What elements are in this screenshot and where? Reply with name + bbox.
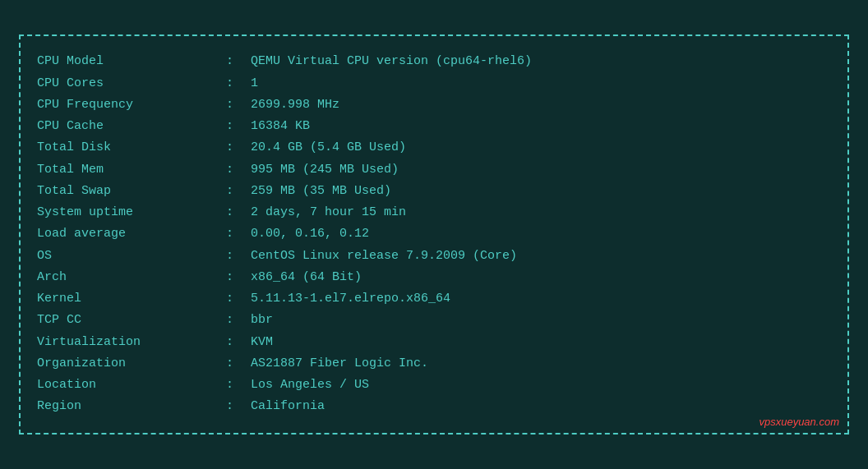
row-value: California — [251, 396, 325, 417]
row-colon: : — [226, 181, 251, 202]
row-colon: : — [226, 223, 251, 245]
terminal-box: CPU Model: QEMU Virtual CPU version (cpu… — [19, 34, 849, 434]
row-value: Los Angeles / US — [251, 375, 369, 396]
info-row: System uptime: 2 days, 7 hour 15 min — [37, 202, 831, 223]
row-colon: : — [226, 202, 251, 223]
info-row: Total Mem: 995 MB (245 MB Used) — [37, 159, 831, 181]
row-label: Arch — [37, 267, 226, 288]
info-row: Total Disk: 20.4 GB (5.4 GB Used) — [37, 137, 831, 159]
row-colon: : — [226, 310, 251, 331]
row-label: Region — [37, 396, 226, 417]
info-row: Organization: AS21887 Fiber Logic Inc. — [37, 353, 831, 375]
row-colon: : — [226, 267, 251, 288]
row-colon: : — [226, 159, 251, 181]
row-value: 5.11.13-1.el7.elrepo.x86_64 — [251, 288, 450, 310]
row-colon: : — [226, 332, 251, 353]
row-label: CPU Model — [37, 51, 226, 72]
row-value: CentOS Linux release 7.9.2009 (Core) — [251, 246, 517, 267]
info-row: Location: Los Angeles / US — [37, 375, 831, 396]
row-label: Total Mem — [37, 159, 226, 181]
info-row: CPU Model: QEMU Virtual CPU version (cpu… — [37, 51, 831, 72]
row-colon: : — [226, 375, 251, 396]
row-label: OS — [37, 246, 226, 267]
row-value: AS21887 Fiber Logic Inc. — [251, 353, 428, 375]
row-colon: : — [226, 353, 251, 375]
row-value: 995 MB (245 MB Used) — [251, 159, 399, 181]
info-row: Region: California — [37, 396, 831, 417]
info-row: OS: CentOS Linux release 7.9.2009 (Core) — [37, 246, 831, 267]
row-label: Location — [37, 375, 226, 396]
row-colon: : — [226, 396, 251, 417]
info-row: CPU Cores: 1 — [37, 73, 831, 94]
info-row: TCP CC: bbr — [37, 310, 831, 331]
row-label: CPU Frequency — [37, 94, 226, 116]
row-value: x86_64 (64 Bit) — [251, 267, 362, 288]
row-colon: : — [226, 51, 251, 72]
row-value: 20.4 GB (5.4 GB Used) — [251, 137, 406, 159]
row-colon: : — [226, 288, 251, 310]
row-label: Organization — [37, 353, 226, 375]
row-label: Total Swap — [37, 181, 226, 202]
info-row: Kernel: 5.11.13-1.el7.elrepo.x86_64 — [37, 288, 831, 310]
row-label: System uptime — [37, 202, 226, 223]
row-value: 259 MB (35 MB Used) — [251, 181, 391, 202]
info-row: Virtualization: KVM — [37, 332, 831, 353]
row-value: 1 — [251, 73, 258, 94]
row-label: Total Disk — [37, 137, 226, 159]
row-label: TCP CC — [37, 310, 226, 331]
row-label: Load average — [37, 223, 226, 245]
row-value: KVM — [251, 332, 273, 353]
row-value: bbr — [251, 310, 273, 331]
row-value: 2 days, 7 hour 15 min — [251, 202, 406, 223]
row-value: 2699.998 MHz — [251, 94, 339, 116]
row-label: Virtualization — [37, 332, 226, 353]
info-row: Arch: x86_64 (64 Bit) — [37, 267, 831, 288]
info-row: CPU Frequency: 2699.998 MHz — [37, 94, 831, 116]
row-label: Kernel — [37, 288, 226, 310]
row-value: 16384 KB — [251, 116, 310, 137]
info-row: Total Swap: 259 MB (35 MB Used) — [37, 181, 831, 202]
row-label: CPU Cores — [37, 73, 226, 94]
row-value: QEMU Virtual CPU version (cpu64-rhel6) — [251, 51, 532, 72]
row-colon: : — [226, 246, 251, 267]
terminal-content: CPU Model: QEMU Virtual CPU version (cpu… — [21, 44, 847, 424]
row-colon: : — [226, 94, 251, 116]
row-value: 0.00, 0.16, 0.12 — [251, 223, 369, 245]
info-row: CPU Cache: 16384 KB — [37, 116, 831, 137]
info-row: Load average: 0.00, 0.16, 0.12 — [37, 223, 831, 245]
row-colon: : — [226, 116, 251, 137]
watermark: vpsxueyuan.com — [759, 416, 839, 428]
row-colon: : — [226, 137, 251, 159]
row-label: CPU Cache — [37, 116, 226, 137]
row-colon: : — [226, 73, 251, 94]
